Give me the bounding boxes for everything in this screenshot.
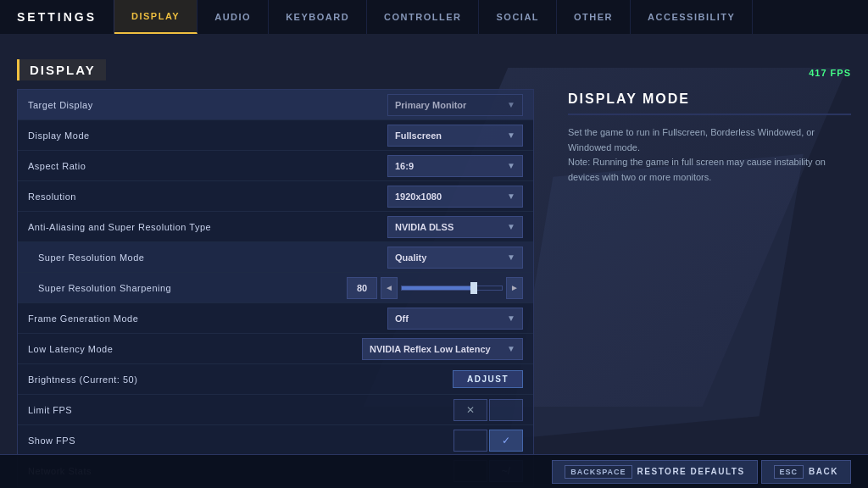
- dropdown-display-mode-value: Fullscreen: [395, 130, 500, 141]
- restore-defaults-label: RESTORE DEFAULTS: [637, 467, 745, 476]
- row-super-resolution-mode: Super Resolution Mode Quality ▼: [18, 242, 533, 273]
- label-antialiasing: Anti-Aliasing and Super Resolution Type: [28, 222, 387, 232]
- label-super-resolution-sharpening: Super Resolution Sharpening: [38, 283, 347, 293]
- back-label: BACK: [809, 467, 838, 476]
- toggle-placeholder-limit-fps[interactable]: [489, 399, 523, 421]
- tab-keyboard[interactable]: KEYBOARD: [269, 0, 367, 34]
- row-resolution: Resolution 1920x1080 ▼: [18, 181, 533, 212]
- label-aspect-ratio: Aspect Ratio: [28, 161, 387, 171]
- tab-other[interactable]: OTHER: [557, 0, 631, 34]
- chevron-down-icon: ▼: [507, 130, 515, 140]
- toggle-off-limit-fps[interactable]: ✕: [453, 399, 487, 421]
- label-show-fps: Show FPS: [28, 435, 453, 446]
- row-aspect-ratio: Aspect Ratio 16:9 ▼: [18, 151, 533, 181]
- label-super-resolution-mode: Super Resolution Mode: [38, 252, 387, 263]
- row-target-display: Target Display Primary Monitor ▼: [18, 90, 533, 120]
- label-brightness: Brightness (Current: 50): [28, 374, 453, 385]
- label-display-mode: Display Mode: [28, 130, 387, 141]
- dropdown-low-latency[interactable]: NVIDIA Reflex Low Latency ▼: [362, 338, 523, 360]
- slider-thumb[interactable]: [470, 282, 477, 294]
- row-frame-generation: Frame Generation Mode Off ▼: [18, 303, 533, 334]
- adjust-button[interactable]: ADJUST: [453, 370, 523, 388]
- dropdown-target-display-value: Primary Monitor: [395, 100, 500, 110]
- control-aspect-ratio: 16:9 ▼: [387, 155, 523, 177]
- label-target-display: Target Display: [28, 100, 387, 110]
- nav-logo: SETTINGS: [0, 0, 114, 34]
- control-resolution: 1920x1080 ▼: [387, 186, 523, 208]
- info-title: DISPLAY MODE: [568, 92, 851, 115]
- info-text: Set the game to run in Fullscreen, Borde…: [568, 125, 851, 185]
- fps-counter: 417 FPS: [568, 68, 851, 78]
- control-display-mode: Fullscreen ▼: [387, 125, 523, 147]
- toggle-placeholder-show-fps[interactable]: [453, 430, 487, 452]
- restore-defaults-button[interactable]: BACKSPACE RESTORE DEFAULTS: [552, 460, 757, 484]
- row-show-fps: Show FPS ✓: [18, 425, 533, 456]
- control-super-resolution-sharpening: 80 ◄ ►: [347, 277, 523, 299]
- row-low-latency: Low Latency Mode NVIDIA Reflex Low Laten…: [18, 334, 533, 364]
- dropdown-resolution-value: 1920x1080: [395, 191, 500, 202]
- row-super-resolution-sharpening: Super Resolution Sharpening 80 ◄ ►: [18, 273, 533, 303]
- dropdown-display-mode[interactable]: Fullscreen ▼: [387, 125, 523, 147]
- x-icon: ✕: [466, 404, 475, 416]
- dropdown-low-latency-value: NVIDIA Reflex Low Latency: [370, 344, 500, 354]
- dropdown-antialiasing-value: NVIDIA DLSS: [395, 222, 500, 232]
- chevron-down-icon: ▼: [507, 222, 515, 231]
- control-antialiasing: NVIDIA DLSS ▼: [387, 216, 523, 238]
- right-panel: 417 FPS DISPLAY MODE Set the game to run…: [551, 59, 851, 446]
- chevron-down-icon: ▼: [507, 161, 515, 170]
- row-display-mode: Display Mode Fullscreen ▼: [18, 120, 533, 151]
- check-icon: ✓: [502, 435, 510, 446]
- chevron-down-icon: ▼: [507, 100, 515, 109]
- label-limit-fps: Limit FPS: [28, 405, 453, 415]
- chevron-down-icon: ▼: [507, 191, 515, 201]
- toggle-on-show-fps[interactable]: ✓: [489, 430, 523, 452]
- control-frame-generation: Off ▼: [387, 308, 523, 330]
- control-brightness: ADJUST: [453, 370, 523, 388]
- dropdown-target-display[interactable]: Primary Monitor ▼: [387, 94, 523, 116]
- control-target-display: Primary Monitor ▼: [387, 94, 523, 116]
- control-show-fps: ✓: [453, 430, 523, 452]
- chevron-down-icon: ▼: [507, 252, 515, 262]
- dropdown-super-resolution-mode-value: Quality: [395, 252, 500, 263]
- section-title: DISPLAY: [17, 59, 534, 80]
- settings-table: Target Display Primary Monitor ▼ Display…: [17, 89, 534, 487]
- row-antialiasing: Anti-Aliasing and Super Resolution Type …: [18, 212, 533, 242]
- label-resolution: Resolution: [28, 191, 387, 202]
- control-super-resolution-mode: Quality ▼: [387, 247, 523, 269]
- slider-decrease-button[interactable]: ◄: [381, 277, 398, 299]
- tab-accessibility[interactable]: ACCESSIBILITY: [631, 0, 753, 34]
- label-frame-generation: Frame Generation Mode: [28, 313, 387, 324]
- dropdown-frame-generation-value: Off: [395, 313, 500, 324]
- main-content: DISPLAY Target Display Primary Monitor ▼…: [0, 34, 868, 488]
- logo-text: SETTINGS: [17, 10, 97, 24]
- nav-tabs: DISPLAY AUDIO KEYBOARD CONTROLLER SOCIAL…: [114, 0, 868, 34]
- chevron-down-icon: ▼: [507, 313, 515, 323]
- dropdown-antialiasing[interactable]: NVIDIA DLSS ▼: [387, 216, 523, 238]
- slider-value-display: 80: [347, 277, 377, 299]
- control-limit-fps: ✕: [453, 399, 523, 421]
- bottom-bar: BACKSPACE RESTORE DEFAULTS ESC BACK: [0, 454, 868, 488]
- left-panel: DISPLAY Target Display Primary Monitor ▼…: [17, 59, 534, 446]
- dropdown-super-resolution-mode[interactable]: Quality ▼: [387, 247, 523, 269]
- slider-track[interactable]: [401, 286, 503, 291]
- dropdown-aspect-ratio-value: 16:9: [395, 161, 500, 171]
- slider-fill: [402, 286, 477, 290]
- dropdown-frame-generation[interactable]: Off ▼: [387, 308, 523, 330]
- tab-audio[interactable]: AUDIO: [198, 0, 269, 34]
- tab-controller[interactable]: CONTROLLER: [367, 0, 479, 34]
- backspace-key-label: BACKSPACE: [565, 465, 632, 479]
- tab-display[interactable]: DISPLAY: [114, 0, 198, 34]
- row-limit-fps: Limit FPS ✕: [18, 395, 533, 425]
- dropdown-resolution[interactable]: 1920x1080 ▼: [387, 186, 523, 208]
- slider-increase-button[interactable]: ►: [506, 277, 523, 299]
- tab-social[interactable]: SOCIAL: [479, 0, 557, 34]
- control-low-latency: NVIDIA Reflex Low Latency ▼: [362, 338, 523, 360]
- nav-bar: SETTINGS DISPLAY AUDIO KEYBOARD CONTROLL…: [0, 0, 868, 34]
- dropdown-aspect-ratio[interactable]: 16:9 ▼: [387, 155, 523, 177]
- back-button[interactable]: ESC BACK: [761, 460, 851, 484]
- row-brightness: Brightness (Current: 50) ADJUST: [18, 364, 533, 395]
- chevron-down-icon: ▼: [507, 344, 515, 353]
- label-low-latency: Low Latency Mode: [28, 344, 362, 354]
- esc-key-label: ESC: [774, 465, 804, 479]
- section-title-text: DISPLAY: [17, 59, 106, 80]
